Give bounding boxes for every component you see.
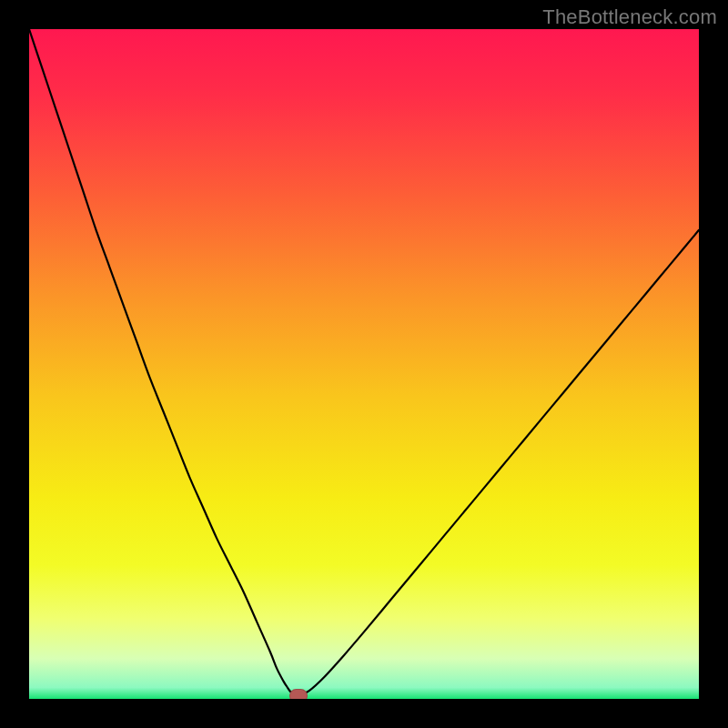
bottleneck-curve [29, 29, 699, 699]
plot-area [29, 29, 699, 699]
watermark-text: TheBottleneck.com [542, 5, 717, 29]
optimum-marker [289, 689, 308, 699]
chart-frame: TheBottleneck.com [0, 0, 728, 728]
